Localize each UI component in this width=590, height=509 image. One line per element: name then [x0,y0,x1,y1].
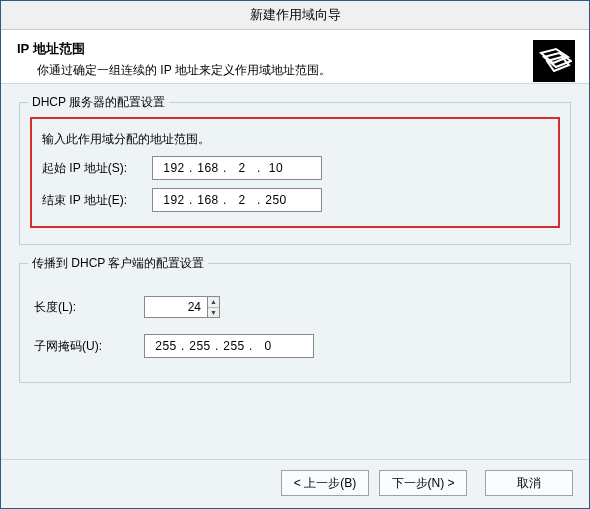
back-button[interactable]: < 上一步(B) [281,470,369,496]
window-title: 新建作用域向导 [250,7,341,22]
length-label: 长度(L): [34,299,144,316]
spinner-up-icon[interactable]: ▲ [208,297,219,308]
wizard-window: 新建作用域向导 IP 地址范围 你通过确定一组连续的 IP 地址来定义作用域地址… [0,0,590,509]
scope-icon [533,40,575,82]
next-button[interactable]: 下一步(N) > [379,470,467,496]
mask-input[interactable]: 255.255.255.0 [144,334,314,358]
button-separator [1,459,589,460]
range-note: 输入此作用域分配的地址范围。 [42,131,548,148]
mask-row: 子网掩码(U): 255.255.255.0 [34,334,556,358]
length-spinner[interactable]: 24 ▲ ▼ [144,296,220,318]
client-settings-group: 传播到 DHCP 客户端的配置设置 长度(L): 24 ▲ ▼ 子网掩码(U):… [19,263,571,383]
server-group-legend: DHCP 服务器的配置设置 [28,94,169,111]
spinner-arrows[interactable]: ▲ ▼ [208,296,220,318]
start-ip-row: 起始 IP 地址(S): 192.168.2.10 [42,156,548,180]
end-ip-input[interactable]: 192.168.2.250 [152,188,322,212]
header-panel: IP 地址范围 你通过确定一组连续的 IP 地址来定义作用域地址范围。 [1,30,589,84]
length-value[interactable]: 24 [144,296,208,318]
length-row: 长度(L): 24 ▲ ▼ [34,296,556,318]
address-range-highlight: 输入此作用域分配的地址范围。 起始 IP 地址(S): 192.168.2.10… [30,117,560,228]
page-subtitle: 你通过确定一组连续的 IP 地址来定义作用域地址范围。 [37,62,573,79]
title-bar: 新建作用域向导 [1,1,589,30]
mask-label: 子网掩码(U): [34,338,144,355]
server-settings-group: DHCP 服务器的配置设置 输入此作用域分配的地址范围。 起始 IP 地址(S)… [19,102,571,245]
page-title: IP 地址范围 [17,40,573,58]
client-group-legend: 传播到 DHCP 客户端的配置设置 [28,255,208,272]
start-ip-label: 起始 IP 地址(S): [42,160,152,177]
end-ip-row: 结束 IP 地址(E): 192.168.2.250 [42,188,548,212]
cancel-button[interactable]: 取消 [485,470,573,496]
spinner-down-icon[interactable]: ▼ [208,308,219,318]
end-ip-label: 结束 IP 地址(E): [42,192,152,209]
body-panel: DHCP 服务器的配置设置 输入此作用域分配的地址范围。 起始 IP 地址(S)… [1,84,589,383]
start-ip-input[interactable]: 192.168.2.10 [152,156,322,180]
button-bar: < 上一步(B) 下一步(N) > 取消 [281,470,573,496]
